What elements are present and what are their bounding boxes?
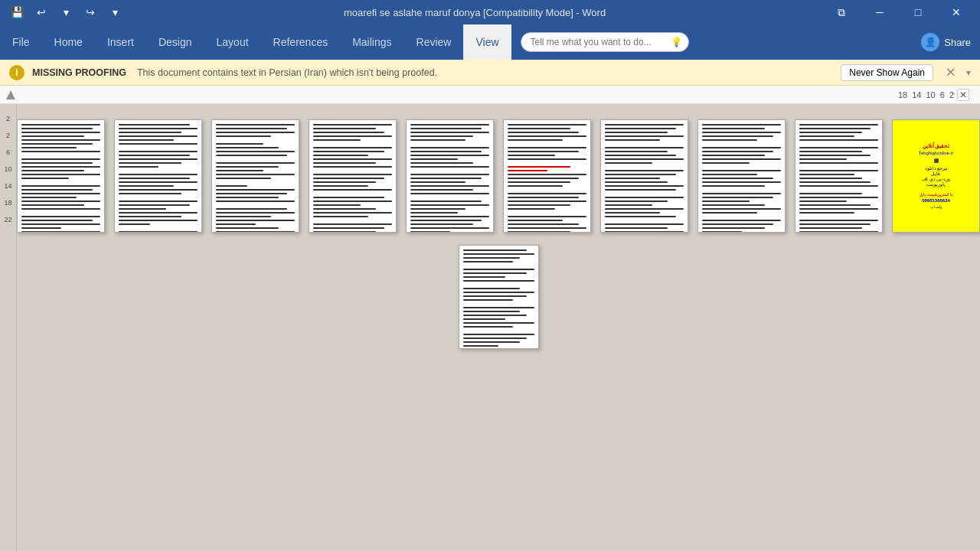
tab-view[interactable]: View bbox=[463, 24, 511, 60]
ad-icon: ⬛ bbox=[934, 158, 939, 163]
tab-home[interactable]: Home bbox=[42, 24, 95, 60]
vr-6: 6 bbox=[6, 148, 10, 156]
minimize-button[interactable]: ─ bbox=[862, 0, 897, 24]
user-avatar: 👤 bbox=[921, 33, 939, 51]
content-area: 2 2 6 10 14 18 22 bbox=[0, 104, 980, 551]
maximize-button[interactable]: □ bbox=[900, 0, 936, 24]
save-button[interactable]: 💾 bbox=[6, 2, 28, 23]
ribbon: File Home Insert Design Layout Reference… bbox=[0, 24, 980, 60]
tab-layout[interactable]: Layout bbox=[204, 24, 261, 60]
title-bar-controls: ⧉ ─ □ ✕ bbox=[824, 0, 974, 24]
page-thumbnail-5[interactable] bbox=[406, 119, 494, 233]
vertical-ruler-numbers: 2 2 6 10 14 18 22 bbox=[4, 115, 11, 223]
pages-row-2 bbox=[459, 245, 539, 349]
more-button[interactable]: ▾ bbox=[104, 2, 126, 23]
page-thumbnail-3[interactable] bbox=[211, 119, 299, 233]
ruler-left-marker bbox=[0, 86, 17, 103]
never-show-again-button[interactable]: Never Show Again bbox=[841, 64, 933, 81]
tab-references[interactable]: References bbox=[261, 24, 341, 60]
ruler-close-button[interactable]: ✕ bbox=[957, 89, 969, 101]
close-button[interactable]: ✕ bbox=[939, 0, 974, 24]
quick-access-toolbar: 💾 ↩ ▾ ↪ ▾ bbox=[6, 2, 126, 23]
page-thumbnail-11[interactable] bbox=[459, 245, 539, 349]
page-thumbnail-4[interactable] bbox=[309, 119, 397, 233]
ad-url: Tahghighonline.ir bbox=[919, 151, 953, 155]
window-title: moarefi se aslahe maruf donya [Compatibi… bbox=[126, 7, 824, 18]
vr-18: 18 bbox=[4, 199, 11, 207]
svg-marker-0 bbox=[6, 90, 15, 99]
title-bar-left: 💾 ↩ ▾ ↪ ▾ bbox=[6, 2, 126, 23]
tab-review[interactable]: Review bbox=[404, 24, 464, 60]
restore-button[interactable]: ⧉ bbox=[824, 0, 859, 24]
page-thumbnail-9[interactable] bbox=[795, 119, 883, 233]
notification-icon: i bbox=[9, 65, 24, 80]
tab-mailings[interactable]: Mailings bbox=[340, 24, 403, 60]
ad-body: مرجع دانلود فایل ورد-پی دی اف پاورپوینت bbox=[922, 166, 950, 188]
ruler-2: 2 bbox=[948, 90, 956, 99]
ad-title: تحقیق آنلاین bbox=[923, 143, 950, 149]
notification-expand[interactable]: ▾ bbox=[966, 67, 971, 78]
notification-bar: i MISSING PROOFING This document contain… bbox=[0, 60, 980, 86]
page-thumbnail-6[interactable] bbox=[503, 119, 591, 233]
page-thumbnail-10-ad[interactable]: تحقیق آنلاین Tahghighonline.ir ⬛ مرجع دا… bbox=[892, 119, 980, 233]
ad-phone: 09981366624 bbox=[922, 198, 950, 203]
vertical-ruler: 2 2 6 10 14 18 22 bbox=[0, 104, 17, 551]
tab-design[interactable]: Design bbox=[146, 24, 204, 60]
ruler-14: 14 bbox=[910, 90, 923, 99]
share-button[interactable]: 👤 Share bbox=[912, 24, 980, 60]
ruler-10: 10 bbox=[925, 90, 937, 99]
pages-container[interactable]: تحقیق آنلاین Tahghighonline.ir ⬛ مرجع دا… bbox=[17, 104, 980, 551]
vr-22: 22 bbox=[4, 216, 11, 223]
redo-button[interactable]: ↪ bbox=[80, 2, 101, 23]
page-thumbnail-2[interactable] bbox=[114, 119, 202, 233]
lightbulb-icon: 💡 bbox=[671, 37, 682, 47]
page-thumbnail-8[interactable] bbox=[697, 119, 786, 233]
share-label: Share bbox=[944, 37, 971, 48]
vr-2a: 2 bbox=[6, 115, 10, 122]
undo-button[interactable]: ↩ bbox=[31, 2, 52, 23]
ruler-numbers: 18 14 10 6 2 bbox=[897, 90, 956, 99]
vr-14: 14 bbox=[4, 182, 11, 190]
ad-cta: با کمترین قیمت بازار bbox=[920, 192, 952, 197]
vr-2b: 2 bbox=[6, 132, 10, 139]
notification-close[interactable]: ✕ bbox=[946, 65, 956, 80]
page-thumbnail-7[interactable] bbox=[600, 119, 688, 233]
ad-socials: واتساپ bbox=[930, 204, 942, 209]
pages-row-1: تحقیق آنلاین Tahghighonline.ir ⬛ مرجع دا… bbox=[17, 119, 980, 233]
tab-file[interactable]: File bbox=[0, 24, 42, 60]
ruler-18: 18 bbox=[897, 90, 909, 99]
undo-dropdown[interactable]: ▾ bbox=[55, 2, 77, 23]
ruler-6: 6 bbox=[939, 90, 946, 99]
page-thumbnail-1[interactable] bbox=[17, 119, 105, 233]
notification-text: This document contains text in Persian (… bbox=[137, 67, 833, 78]
title-bar: 💾 ↩ ▾ ↪ ▾ moarefi se aslahe maruf donya … bbox=[0, 0, 980, 24]
tab-insert[interactable]: Insert bbox=[95, 24, 146, 60]
tell-me-input[interactable] bbox=[521, 32, 689, 52]
vr-10: 10 bbox=[4, 165, 11, 173]
notification-title: MISSING PROOFING bbox=[32, 67, 126, 78]
tell-me-area: 💡 bbox=[511, 24, 913, 60]
horizontal-ruler: 18 14 10 6 2 ✕ bbox=[0, 86, 980, 104]
